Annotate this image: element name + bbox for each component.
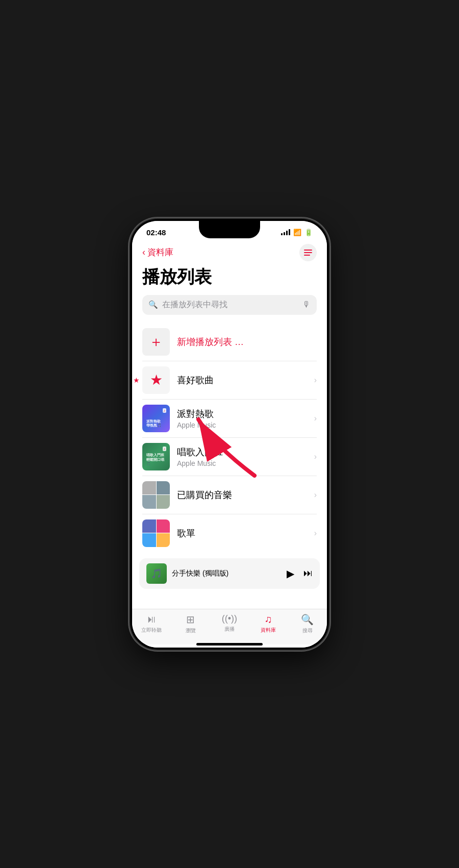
chevron-right-icon: ›: [314, 452, 317, 461]
nav-header: ‹ 資料庫: [132, 240, 327, 263]
mini-player-thumbnail: 🎵: [146, 563, 167, 584]
menu-button[interactable]: [299, 244, 317, 261]
mini-player-controls: ▶ ⏭: [287, 567, 313, 580]
playlist-list: ＋ 新增播放列表 … ★ ★ 喜好歌曲 ›: [132, 323, 327, 552]
wifi-icon: 📶: [293, 229, 301, 236]
tab-library-label: 資料庫: [261, 627, 276, 634]
tab-library[interactable]: ♫ 資料庫: [253, 613, 284, 634]
plus-icon: ＋: [142, 328, 170, 356]
search-icon: 🔍: [148, 300, 158, 309]
tab-browse[interactable]: ⊞ 瀏覽: [175, 613, 206, 634]
party-text: 派對熱歌 Apple Music: [177, 408, 310, 429]
party-thumb-label: 派對熱歌帶氛氛🎵: [146, 419, 166, 428]
favorites-text: 喜好歌曲: [177, 374, 310, 386]
music-note-icon: 🎵: [151, 568, 162, 579]
purchased-text: 已購買的音樂: [177, 489, 310, 501]
purchased-title: 已購買的音樂: [177, 489, 310, 501]
tab-search[interactable]: 🔍 搜尋: [292, 613, 323, 634]
party-thumbnail: 派對熱歌帶氛氛🎵 ♪: [142, 405, 170, 432]
back-chevron-icon: ‹: [142, 247, 145, 258]
apple-music-badge: ♪: [163, 408, 167, 413]
home-bar: [196, 643, 263, 646]
apple-music-badge-2: ♪: [163, 447, 167, 451]
tab-listen-now[interactable]: ⏯ 立即聆聽: [136, 613, 167, 634]
add-playlist-label: 新增播放列表 …: [177, 337, 244, 347]
signal-bars-icon: [281, 229, 290, 235]
hamburger-icon: [303, 249, 313, 257]
tab-browse-label: 瀏覽: [186, 627, 196, 634]
back-label: 資料庫: [147, 246, 173, 258]
tab-bar: ⏯ 立即聆聽 ⊞ 瀏覽 ((•)) 廣播 ♫ 資料庫 🔍 搜尋: [132, 609, 327, 644]
mini-player-title: 分手快樂 (獨唱版): [172, 569, 282, 578]
microphone-icon: 🎙: [302, 300, 311, 309]
chevron-right-icon: ›: [314, 490, 317, 500]
chevron-right-icon: ›: [314, 376, 317, 385]
party-item[interactable]: 派對熱歌帶氛氛🎵 ♪ 派對熱歌 Apple Music ›: [142, 400, 317, 438]
search-bar[interactable]: 🔍 在播放列表中尋找 🎙: [142, 295, 317, 315]
play-button[interactable]: ▶: [287, 567, 294, 580]
star-icon: ★: [150, 371, 163, 388]
radio-icon: ((•)): [222, 613, 237, 624]
party-subtitle: Apple Music: [177, 421, 310, 429]
back-button[interactable]: ‹ 資料庫: [142, 246, 173, 258]
purchased-thumbnail: [142, 481, 170, 509]
phone-screen: 02:48 📶 🔋 ‹ 資料庫: [132, 221, 327, 648]
status-icons: 📶 🔋: [281, 229, 313, 236]
main-content: ‹ 資料庫 播放列表 🔍 在播放列表中尋找 🎙: [132, 240, 327, 609]
mini-player[interactable]: 🎵 分手快樂 (獨唱版) ▶ ⏭: [139, 558, 320, 589]
singing-item[interactable]: 唱歌入門班輕鬆開口唱🎵 ♪ 唱歌入門班 Apple Music ›: [142, 438, 317, 476]
playlist-text: 歌單: [177, 527, 310, 539]
add-thumbnail: ＋: [142, 328, 170, 356]
bullet-star-icon: ★: [133, 376, 140, 384]
phone-frame: 02:48 📶 🔋 ‹ 資料庫: [130, 219, 329, 650]
playlist-thumbnail: [142, 519, 170, 547]
singing-thumb-label: 唱歌入門班輕鬆開口唱🎵: [146, 453, 166, 466]
chevron-right-icon: ›: [314, 529, 317, 538]
page-title: 播放列表: [132, 263, 327, 295]
search-tab-icon: 🔍: [301, 613, 314, 626]
singing-title: 唱歌入門班: [177, 446, 310, 458]
tab-radio[interactable]: ((•)) 廣播: [214, 613, 245, 634]
status-bar: 02:48 📶 🔋: [132, 221, 327, 240]
home-indicator: [132, 644, 327, 648]
favorites-item[interactable]: ★ ★ 喜好歌曲 ›: [142, 361, 317, 400]
chevron-right-icon: ›: [314, 414, 317, 423]
playlist-item[interactable]: 歌單 ›: [142, 514, 317, 552]
tab-search-label: 搜尋: [302, 627, 313, 634]
listen-now-icon: ⏯: [146, 613, 157, 625]
tab-listen-now-label: 立即聆聽: [141, 627, 162, 634]
party-title: 派對熱歌: [177, 408, 310, 420]
library-icon: ♫: [265, 613, 272, 625]
notch: [199, 221, 260, 238]
status-time: 02:48: [146, 228, 166, 237]
add-playlist-item[interactable]: ＋ 新增播放列表 …: [142, 323, 317, 361]
tab-radio-label: 廣播: [224, 626, 235, 633]
purchased-item[interactable]: 已購買的音樂 ›: [142, 476, 317, 514]
browse-icon: ⊞: [186, 613, 195, 626]
favorites-title: 喜好歌曲: [177, 374, 310, 386]
playlist-title: 歌單: [177, 527, 310, 539]
singing-thumbnail: 唱歌入門班輕鬆開口唱🎵 ♪: [142, 443, 170, 470]
add-item-text: 新增播放列表 …: [177, 336, 317, 348]
singing-text: 唱歌入門班 Apple Music: [177, 446, 310, 467]
search-placeholder: 在播放列表中尋找: [162, 300, 298, 310]
fast-forward-button[interactable]: ⏭: [303, 568, 313, 579]
battery-icon: 🔋: [304, 229, 313, 236]
singing-subtitle: Apple Music: [177, 459, 310, 467]
favorites-thumbnail: ★: [142, 366, 170, 394]
